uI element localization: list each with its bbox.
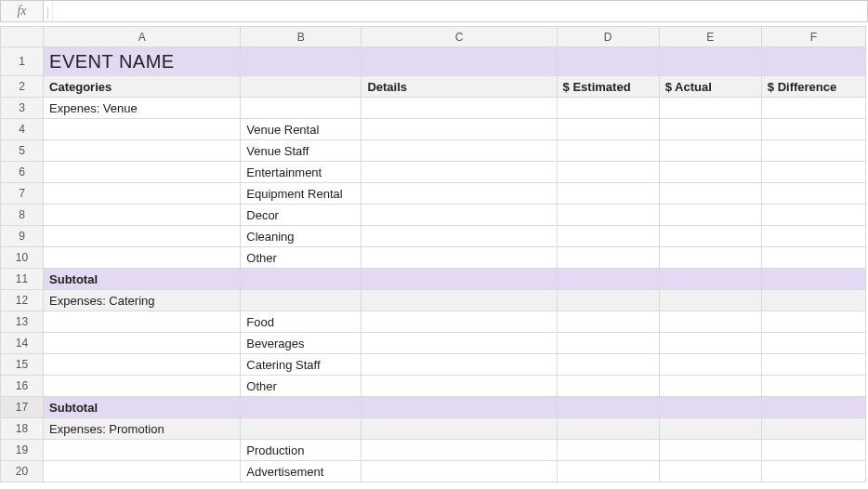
cell-C8[interactable]: [362, 205, 557, 226]
row-header-12[interactable]: 12: [1, 290, 44, 311]
cell-D11[interactable]: [557, 269, 659, 290]
cell-A19[interactable]: [44, 440, 241, 461]
formula-input[interactable]: [53, 1, 867, 21]
cell-C4[interactable]: [362, 119, 557, 140]
cell-D20[interactable]: [557, 461, 659, 482]
cell-D1[interactable]: [557, 47, 659, 76]
cell-A10[interactable]: [44, 247, 241, 269]
cell-D9[interactable]: [557, 226, 659, 247]
col-header-B[interactable]: B: [241, 27, 362, 47]
cell-C20[interactable]: [362, 461, 557, 482]
cell-C3[interactable]: [362, 98, 557, 119]
fx-icon[interactable]: fx: [1, 1, 44, 21]
cell-E12[interactable]: [659, 290, 761, 311]
row-header-20[interactable]: 20: [1, 461, 44, 482]
cell-F4[interactable]: [761, 119, 865, 140]
cell-A12[interactable]: Expenses: Catering: [44, 290, 241, 311]
cell-D2[interactable]: $ Estimated: [557, 76, 659, 98]
row-header-8[interactable]: 8: [1, 205, 44, 226]
cell-A3[interactable]: Expenes: Venue: [44, 98, 241, 119]
cell-D16[interactable]: [557, 376, 659, 397]
row-header-18[interactable]: 18: [1, 418, 44, 440]
cell-F3[interactable]: [761, 98, 865, 119]
cell-F11[interactable]: [761, 269, 865, 290]
cell-A1[interactable]: EVENT NAME: [44, 47, 241, 76]
cell-E14[interactable]: [659, 333, 761, 354]
cell-C16[interactable]: [362, 376, 557, 397]
row-header-4[interactable]: 4: [1, 119, 44, 140]
cell-F10[interactable]: [761, 247, 865, 269]
cell-F19[interactable]: [761, 440, 865, 461]
cell-F15[interactable]: [761, 354, 865, 376]
cell-F8[interactable]: [761, 205, 865, 226]
row-header-6[interactable]: 6: [1, 162, 44, 183]
cell-B15[interactable]: Catering Staff: [241, 354, 362, 376]
row-header-7[interactable]: 7: [1, 183, 44, 205]
cell-D19[interactable]: [557, 440, 659, 461]
cell-F13[interactable]: [761, 311, 865, 333]
col-header-C[interactable]: C: [362, 27, 557, 47]
cell-A20[interactable]: [44, 461, 241, 482]
cell-B14[interactable]: Beverages: [241, 333, 362, 354]
cell-E4[interactable]: [659, 119, 761, 140]
cell-C6[interactable]: [362, 162, 557, 183]
cell-C19[interactable]: [362, 440, 557, 461]
cell-F14[interactable]: [761, 333, 865, 354]
cell-C11[interactable]: [362, 269, 557, 290]
cell-A4[interactable]: [44, 119, 241, 140]
row-header-2[interactable]: 2: [1, 76, 44, 98]
cell-A14[interactable]: [44, 333, 241, 354]
cell-D8[interactable]: [557, 205, 659, 226]
cell-B2[interactable]: [241, 76, 362, 98]
cell-A15[interactable]: [44, 354, 241, 376]
cell-B10[interactable]: Other: [241, 247, 362, 269]
cell-D4[interactable]: [557, 119, 659, 140]
row-header-9[interactable]: 9: [1, 226, 44, 247]
cell-C15[interactable]: [362, 354, 557, 376]
cell-B17[interactable]: [241, 397, 362, 418]
col-header-D[interactable]: D: [557, 27, 659, 47]
cell-B20[interactable]: Advertisement: [241, 461, 362, 482]
cell-D3[interactable]: [557, 98, 659, 119]
cell-B8[interactable]: Decor: [241, 205, 362, 226]
cell-E11[interactable]: [659, 269, 761, 290]
cell-C18[interactable]: [362, 418, 557, 440]
cell-F18[interactable]: [761, 418, 865, 440]
cell-F16[interactable]: [761, 376, 865, 397]
cell-E5[interactable]: [659, 140, 761, 162]
cell-C13[interactable]: [362, 311, 557, 333]
col-header-A[interactable]: A: [44, 27, 241, 47]
cell-E17[interactable]: [659, 397, 761, 418]
cell-B9[interactable]: Cleaning: [241, 226, 362, 247]
cell-B4[interactable]: Venue Rental: [241, 119, 362, 140]
cell-E10[interactable]: [659, 247, 761, 269]
cell-B13[interactable]: Food: [241, 311, 362, 333]
select-all-corner[interactable]: [1, 27, 44, 47]
cell-D13[interactable]: [557, 311, 659, 333]
cell-E7[interactable]: [659, 183, 761, 205]
cell-C9[interactable]: [362, 226, 557, 247]
cell-E6[interactable]: [659, 162, 761, 183]
cell-D7[interactable]: [557, 183, 659, 205]
cell-F17[interactable]: [761, 397, 865, 418]
cell-E13[interactable]: [659, 311, 761, 333]
row-header-5[interactable]: 5: [1, 140, 44, 162]
row-header-3[interactable]: 3: [1, 98, 44, 119]
cell-C17[interactable]: [362, 397, 557, 418]
cell-B7[interactable]: Equipment Rental: [241, 183, 362, 205]
cell-B1[interactable]: [241, 47, 362, 76]
cell-A5[interactable]: [44, 140, 241, 162]
col-header-F[interactable]: F: [761, 27, 865, 47]
cell-A8[interactable]: [44, 205, 241, 226]
cell-C1[interactable]: [362, 47, 557, 76]
cell-F2[interactable]: $ Difference: [761, 76, 865, 98]
cell-A11[interactable]: Subtotal: [44, 269, 241, 290]
cell-C12[interactable]: [362, 290, 557, 311]
cell-A18[interactable]: Expenses: Promotion: [44, 418, 241, 440]
row-header-14[interactable]: 14: [1, 333, 44, 354]
cell-E3[interactable]: [659, 98, 761, 119]
cell-B11[interactable]: [241, 269, 362, 290]
cell-E16[interactable]: [659, 376, 761, 397]
cell-E8[interactable]: [659, 205, 761, 226]
cell-E19[interactable]: [659, 440, 761, 461]
